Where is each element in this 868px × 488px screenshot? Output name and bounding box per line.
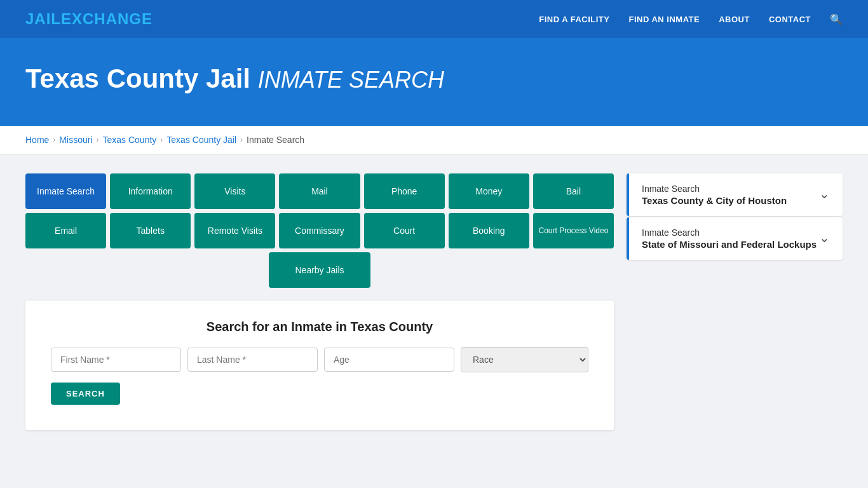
tab-remote-visits[interactable]: Remote Visits xyxy=(194,213,275,248)
tab-court[interactable]: Court xyxy=(364,213,445,248)
main-nav: FIND A FACILITY FIND AN INMATE ABOUT CON… xyxy=(539,13,843,25)
breadcrumb-missouri[interactable]: Missouri xyxy=(59,135,92,145)
tab-booking[interactable]: Booking xyxy=(449,213,529,248)
tabs-row-2: Email Tablets Remote Visits Commissary C… xyxy=(25,213,614,248)
nav-contact[interactable]: CONTACT xyxy=(769,15,811,24)
breadcrumb-sep-3: › xyxy=(160,135,163,144)
breadcrumb-sep-2: › xyxy=(96,135,98,144)
header: JAILEXCHANGE FIND A FACILITY FIND AN INM… xyxy=(0,0,868,38)
breadcrumb-texas-county-jail[interactable]: Texas County Jail xyxy=(166,135,236,145)
breadcrumb-current: Inmate Search xyxy=(247,135,304,145)
search-form-container: Search for an Inmate in Texas County Rac… xyxy=(25,301,614,430)
tab-email[interactable]: Email xyxy=(25,213,106,248)
tab-phone[interactable]: Phone xyxy=(364,173,445,209)
chevron-down-icon-1: ⌄ xyxy=(819,186,830,201)
breadcrumb-sep-1: › xyxy=(53,135,55,144)
sidebar-card-1-title: Inmate Search xyxy=(642,184,787,194)
sidebar-card-1: Inmate Search Texas County & City of Hou… xyxy=(627,173,843,216)
logo-exchange: EXCHANGE xyxy=(61,10,153,27)
tab-visits[interactable]: Visits xyxy=(194,173,275,209)
nav-about[interactable]: ABOUT xyxy=(719,15,750,24)
nav-find-inmate[interactable]: FIND AN INMATE xyxy=(628,15,700,24)
tabs-row-3: Nearby Jails xyxy=(25,252,614,288)
tabs-row-1: Inmate Search Information Visits Mail Ph… xyxy=(25,173,614,209)
search-button[interactable]: SEARCH xyxy=(51,383,120,405)
content-area: Inmate Search Information Visits Mail Ph… xyxy=(0,154,868,449)
sidebar-card-2-subtitle: State of Missouri and Federal Lockups xyxy=(642,239,817,250)
hero-title-bold: Texas County Jail xyxy=(25,64,250,93)
sidebar-card-2: Inmate Search State of Missouri and Fede… xyxy=(627,217,843,260)
form-row-button: SEARCH xyxy=(51,383,588,405)
tab-money[interactable]: Money xyxy=(449,173,529,209)
tab-court-process-video[interactable]: Court Process Video xyxy=(533,213,614,248)
sidebar-card-2-text: Inmate Search State of Missouri and Fede… xyxy=(642,227,817,250)
tab-mail[interactable]: Mail xyxy=(279,173,360,209)
first-name-input[interactable] xyxy=(51,348,181,372)
form-row-inputs: RaceWhiteBlackHispanicAsianNative Americ… xyxy=(51,347,588,372)
logo-jail: JAIL xyxy=(25,10,61,27)
hero-title: Texas County Jail INMATE SEARCH xyxy=(25,64,843,94)
breadcrumb: Home › Missouri › Texas County › Texas C… xyxy=(0,126,868,154)
tab-bail[interactable]: Bail xyxy=(533,173,614,209)
tab-tablets[interactable]: Tablets xyxy=(110,213,191,248)
header-search-button[interactable]: 🔍 xyxy=(830,13,843,25)
tab-information[interactable]: Information xyxy=(110,173,191,209)
right-sidebar: Inmate Search Texas County & City of Hou… xyxy=(627,173,843,430)
search-form-title: Search for an Inmate in Texas County xyxy=(51,320,588,334)
age-input[interactable] xyxy=(324,348,454,372)
sidebar-card-1-header[interactable]: Inmate Search Texas County & City of Hou… xyxy=(627,173,843,216)
tab-inmate-search[interactable]: Inmate Search xyxy=(25,173,106,209)
logo[interactable]: JAILEXCHANGE xyxy=(25,10,153,28)
sidebar-card-1-text: Inmate Search Texas County & City of Hou… xyxy=(642,184,787,206)
race-select[interactable]: RaceWhiteBlackHispanicAsianNative Americ… xyxy=(461,347,588,372)
breadcrumb-sep-4: › xyxy=(240,135,243,144)
sidebar-card-2-header[interactable]: Inmate Search State of Missouri and Fede… xyxy=(627,217,843,260)
sidebar-card-2-title: Inmate Search xyxy=(642,227,817,238)
chevron-down-icon-2: ⌄ xyxy=(819,230,830,245)
left-panel: Inmate Search Information Visits Mail Ph… xyxy=(25,173,614,430)
hero-banner: Texas County Jail INMATE SEARCH xyxy=(0,38,868,126)
tab-nearby-jails[interactable]: Nearby Jails xyxy=(269,252,370,288)
breadcrumb-texas-county[interactable]: Texas County xyxy=(102,135,156,145)
last-name-input[interactable] xyxy=(187,348,318,372)
hero-title-italic: INMATE SEARCH xyxy=(258,67,444,93)
nav-find-facility[interactable]: FIND A FACILITY xyxy=(539,15,609,24)
sidebar-card-1-subtitle: Texas County & City of Houston xyxy=(642,195,787,206)
breadcrumb-home[interactable]: Home xyxy=(25,135,49,145)
tab-commissary[interactable]: Commissary xyxy=(279,213,360,248)
